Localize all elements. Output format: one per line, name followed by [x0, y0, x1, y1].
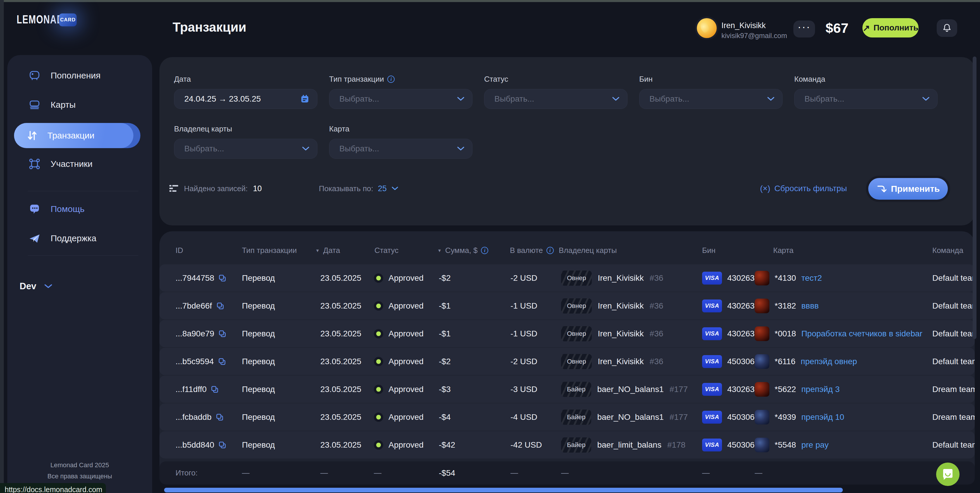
status-select[interactable]: Выбрать... [484, 89, 627, 109]
reset-filters-button[interactable]: (×) Сбросить фильтры [760, 182, 847, 195]
avatar[interactable] [697, 18, 717, 38]
bin-cell: VISA 430263 [702, 320, 754, 347]
table-row[interactable]: ...f11dff0 Перевод 23.05.2025 Approved -… [159, 376, 975, 403]
footer-line2: Все права защищены [7, 472, 152, 480]
card-name-link[interactable]: Проработка счетчиков в sidebar [801, 329, 923, 338]
sidebar-item-cards[interactable]: Карты [7, 93, 152, 117]
table-row[interactable]: ...8a90e79 Перевод 23.05.2025 Approved -… [159, 320, 975, 347]
card-owner-cell: Овнер Iren_Kivisikk #36 [561, 292, 663, 319]
table-row[interactable]: ...b5c9594 Перевод 23.05.2025 Approved -… [159, 348, 975, 375]
app-root: LEMONAD CARD Транзакции Iren_Kivisikk ki… [0, 0, 980, 493]
transaction-currency-cell: -1 USD [511, 320, 538, 347]
card-name-link[interactable]: вввв [801, 301, 819, 311]
chevron-down-icon [44, 283, 52, 289]
transaction-type-cell: Перевод [242, 348, 275, 375]
info-icon[interactable]: i [387, 75, 395, 83]
copy-icon[interactable] [218, 330, 226, 338]
bin-cell: VISA 430263 [702, 292, 754, 319]
card-thumb [755, 326, 769, 341]
records-found-value: 10 [253, 184, 262, 193]
table-row[interactable]: ...7bde66f Перевод 23.05.2025 Approved -… [159, 292, 975, 319]
col-header-sum[interactable]: ▼Сумма, $i [438, 246, 488, 255]
table-row[interactable]: ...b5dd840 Перевод 23.05.2025 Approved -… [159, 431, 975, 458]
transaction-id: ...b5c9594 [175, 357, 214, 366]
card-owner-select[interactable]: Выбрать... [174, 139, 317, 159]
bin-number: 430263 [727, 329, 754, 338]
transaction-currency-cell: -1 USD [511, 292, 538, 319]
user-more-button[interactable]: ··· [793, 21, 815, 37]
bin-number: 430263 [727, 273, 754, 283]
sidebar-dev-toggle[interactable]: Dev [20, 277, 52, 296]
transaction-type-cell: Перевод [242, 376, 275, 403]
team-cell: Default team [932, 292, 975, 319]
team-select[interactable]: Выбрать... [794, 89, 938, 109]
copy-icon[interactable] [211, 385, 219, 394]
type-select[interactable]: Выбрать... [329, 89, 473, 109]
transaction-date-cell: 23.05.2025 [320, 376, 361, 403]
window-edge-left [0, 0, 4, 493]
ellipsis-icon: ··· [798, 24, 811, 30]
card-name-link[interactable]: препэйд 3 [801, 385, 840, 394]
status-badge: Approved [388, 273, 423, 283]
transaction-id-cell: ...f11dff0 [175, 376, 219, 403]
visa-badge: VISA [702, 300, 722, 313]
topup-button[interactable]: ↗ Пополнить [862, 18, 919, 37]
info-icon[interactable]: i [481, 247, 488, 254]
sidebar-item-members[interactable]: Участники [7, 152, 152, 176]
sidebar-item-deposits[interactable]: Пополнения [7, 63, 152, 88]
card-last-digits: *5622 [775, 385, 796, 394]
owner-name: Iren_Kivisikk [598, 273, 644, 283]
info-icon[interactable]: i [546, 247, 554, 254]
copy-icon[interactable] [216, 413, 224, 421]
sidebar-item-support[interactable]: Поддержка [7, 226, 152, 250]
card-name-link[interactable]: препэйд овнер [801, 357, 857, 366]
brand-card-badge: CARD [59, 13, 76, 26]
vertical-scrollbar[interactable] [973, 56, 977, 339]
bin-select[interactable]: Выбрать... [639, 89, 783, 109]
sort-desc-icon: ▼ [315, 248, 320, 253]
status-badge: Approved [388, 329, 423, 338]
owner-id: #36 [650, 357, 663, 366]
horizontal-scrollbar[interactable] [164, 488, 843, 492]
card-name-link[interactable]: тест2 [801, 273, 822, 283]
owner-name: baer_limit_balans [597, 440, 661, 450]
filter-card-owner: Владелец карты Выбрать... [174, 124, 317, 159]
chat-smile-icon [942, 468, 954, 481]
col-header-status: Статус [374, 246, 398, 255]
transfer-arrows-icon [26, 129, 39, 142]
table-row[interactable]: ...7944758 Перевод 23.05.2025 Approved -… [159, 264, 975, 292]
visa-badge: VISA [702, 439, 722, 452]
card-name-link[interactable]: pre pay [801, 440, 829, 450]
chevron-down-icon [612, 96, 620, 102]
apply-button[interactable]: Применить [868, 178, 948, 199]
chat-widget-button[interactable] [936, 463, 959, 486]
copy-icon[interactable] [218, 357, 226, 365]
copy-icon[interactable] [218, 274, 226, 282]
copy-icon[interactable] [216, 302, 224, 310]
card-select[interactable]: Выбрать... [329, 139, 473, 159]
chevron-down-icon [767, 96, 775, 102]
card-last-digits: *6116 [775, 357, 795, 366]
sidebar-item-transactions[interactable]: Транзакции [14, 123, 140, 148]
notifications-button[interactable] [937, 19, 957, 37]
sidebar-item-label: Карты [51, 100, 76, 110]
arrow-up-right-icon: ↗ [863, 23, 870, 33]
transaction-sum-cell: -$4 [439, 404, 450, 431]
transaction-status-cell: Approved [374, 348, 423, 375]
owner-role-badge: Байер [561, 410, 591, 425]
card-thumb [755, 382, 769, 397]
team-cell: Dream team [932, 404, 975, 431]
col-header-date[interactable]: ▼Дата [315, 246, 340, 255]
sidebar-item-help[interactable]: Помощь [7, 197, 152, 221]
date-range-input[interactable]: 24.04.25 → 23.05.25 [174, 89, 317, 109]
transaction-id-cell: ...b5c9594 [175, 348, 226, 375]
bin-number: 430263 [727, 301, 754, 311]
col-header-id: ID [175, 246, 183, 255]
table-row[interactable]: ...fcbaddb Перевод 23.05.2025 Approved -… [159, 404, 975, 431]
per-page-label: Показывать по: [319, 184, 373, 193]
team-cell: Default team [932, 264, 975, 292]
per-page-control[interactable]: Показывать по: 25 [319, 182, 398, 195]
transaction-id-cell: ...fcbaddb [175, 404, 224, 431]
card-name-link[interactable]: препэйд 10 [801, 413, 844, 422]
copy-icon[interactable] [218, 441, 226, 449]
